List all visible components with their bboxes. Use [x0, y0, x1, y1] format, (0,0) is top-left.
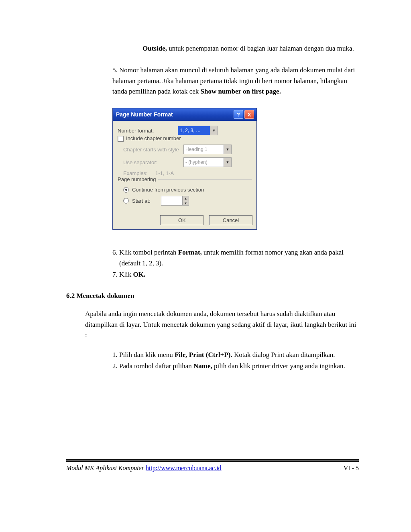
outside-bold: Outside, [142, 45, 167, 52]
examples-row: Examples: 1-1, 1-A [123, 170, 252, 176]
outside-text: untuk penempatan nomor di bagian luar ha… [167, 45, 354, 52]
page-numbering-fieldset: Page numbering Continue from previous se… [118, 179, 252, 206]
dropdown-icon: ▼ [224, 145, 231, 154]
spin-down-icon[interactable]: ▼ [182, 201, 189, 206]
l1-num: 1. [112, 351, 119, 359]
l2-num: 2. [112, 362, 119, 370]
dialog-body: Number format: 1, 2, 3, … ▼ Include chap… [113, 121, 256, 213]
chapter-style-label: Chapter starts with style [123, 147, 183, 153]
cancel-button[interactable]: Cancel [209, 215, 252, 225]
l2-t2: pilih dan klik printer driver yang anda … [212, 362, 345, 370]
close-button[interactable]: X [244, 110, 254, 119]
footer-module: Modul MK Aplikasi Komputer [66, 465, 146, 471]
chapter-style-value: Heading 1 [185, 147, 208, 152]
l1-bold: File, Print (Ctrl+P). [175, 351, 232, 359]
heading-6-2: 6.2 Mencetak dokumen [66, 292, 359, 300]
dialog-footer: OK Cancel [113, 213, 256, 229]
start-at-label: Start at: [132, 198, 161, 204]
list62-item-1: 1. Pilih dan klik menu File, Print (Ctrl… [112, 350, 359, 360]
dialog-screenshot: Page Number Format ? X Number format: 1,… [112, 108, 359, 230]
continue-label: Continue from previous section [132, 187, 204, 193]
footer-left: Modul MK Aplikasi Komputer http://www.me… [66, 465, 222, 472]
item6-t1: Klik tombol perintah [119, 249, 178, 256]
chapter-style-select[interactable]: Heading 1 ▼ [183, 145, 232, 154]
list-6-2: 1. Pilih dan klik menu File, Print (Ctrl… [112, 350, 359, 372]
number-format-label: Number format: [118, 128, 178, 134]
page-number-format-dialog: Page Number Format ? X Number format: 1,… [112, 108, 257, 230]
start-at-row: Start at: ▲▼ [123, 196, 252, 206]
footer-page-number: VI - 5 [344, 465, 359, 472]
include-chapter-legend: Include chapter number [118, 135, 252, 142]
item7-number: 7. [112, 271, 119, 278]
start-at-spin[interactable]: ▲▼ [161, 196, 189, 206]
document-page: Outside, untuk penempatan nomor di bagia… [0, 0, 411, 532]
dialog-title: Page Number Format [116, 111, 173, 118]
list-item-7: 7. Klik OK. [112, 269, 359, 280]
l1-t1: Pilih dan klik menu [119, 351, 175, 359]
help-button[interactable]: ? [234, 110, 243, 119]
page-footer: Modul MK Aplikasi Komputer http://www.me… [66, 459, 359, 472]
list62-item-2: 2. Pada tombol daftar pilihan Name, pili… [112, 361, 359, 371]
dialog-titlebar: Page Number Format ? X [113, 108, 256, 121]
l2-t1: Pada tombol daftar pilihan [119, 362, 193, 370]
list-item-6: 6. Klik tombol perintah Format, untuk me… [112, 247, 359, 269]
dropdown-icon: ▼ [210, 126, 218, 135]
continue-radio[interactable] [123, 187, 129, 193]
item7-t1: Klik [119, 271, 133, 278]
ok-button[interactable]: OK [160, 215, 203, 225]
l1-t2: Kotak dialog Print akan ditampilkan. [232, 351, 335, 359]
paragraph-6-2: Apabila anda ingin mencetak dokumen anda… [85, 309, 359, 340]
number-format-value: 1, 2, 3, … [180, 128, 201, 133]
include-chapter-label: Include chapter number [126, 135, 181, 141]
item7-bold: OK. [133, 271, 145, 278]
item5-bold: Show number on first page. [201, 88, 281, 95]
start-at-radio[interactable] [123, 198, 129, 204]
item5-number: 5. [112, 66, 119, 74]
separator-label: Use separator: [123, 159, 183, 165]
item6-bold: Format, [178, 249, 202, 256]
chapter-style-row: Chapter starts with style Heading 1 ▼ [123, 145, 252, 154]
outside-paragraph: Outside, untuk penempatan nomor di bagia… [142, 43, 359, 54]
list-items-6-7: 6. Klik tombol perintah Format, untuk me… [112, 247, 359, 280]
footer-link[interactable]: http://www.mercubuana.ac.id [146, 465, 222, 471]
footer-rule [66, 459, 359, 462]
number-format-select[interactable]: 1, 2, 3, … ▼ [178, 126, 218, 135]
spin-up-icon[interactable]: ▲ [182, 196, 189, 201]
continue-row: Continue from previous section [123, 187, 252, 193]
dropdown-icon: ▼ [224, 158, 231, 167]
separator-select[interactable]: - (hyphen) ▼ [183, 157, 232, 167]
page-numbering-legend: Page numbering [118, 176, 158, 182]
include-chapter-checkbox[interactable] [118, 136, 124, 142]
item6-number: 6. [112, 249, 119, 256]
examples-value: 1-1, 1-A [155, 170, 174, 176]
number-format-row: Number format: 1, 2, 3, … ▼ [118, 126, 252, 135]
footer-row: Modul MK Aplikasi Komputer http://www.me… [66, 465, 359, 472]
l2-bold: Name, [193, 362, 212, 370]
examples-label: Examples: [123, 170, 155, 176]
chapter-fieldset: Include chapter number Chapter starts wi… [118, 139, 252, 176]
list-item-5: 5. Nomor halaman akan muncul di seluruh … [112, 65, 359, 97]
separator-value: - (hyphen) [185, 159, 208, 165]
separator-row: Use separator: - (hyphen) ▼ [123, 157, 252, 167]
